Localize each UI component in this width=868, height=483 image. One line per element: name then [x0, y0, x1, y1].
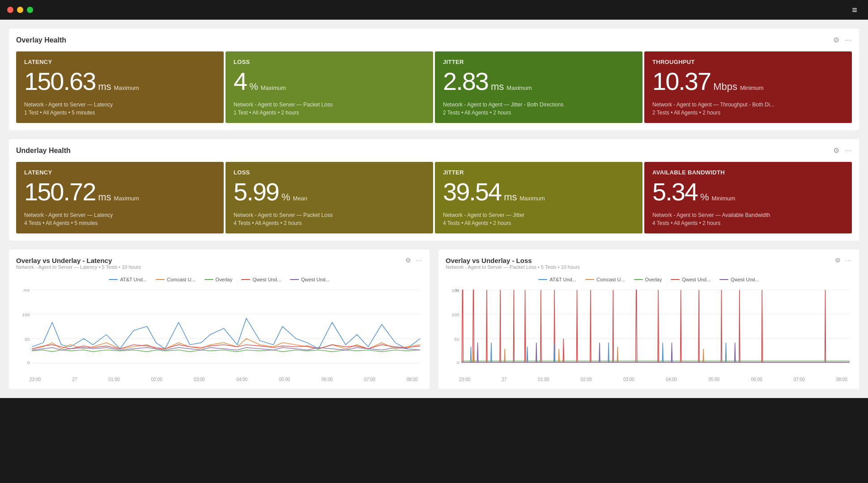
card-value-row: 10.37 Mbps Minimum — [652, 69, 844, 95]
more-options-icon[interactable] — [845, 147, 852, 155]
latency-chart-container: ms 100 50 0 23:00 27 — [16, 286, 422, 382]
card-value: 5.34 — [652, 179, 698, 204]
legend-item-2: Overlay — [204, 277, 233, 282]
latency-chart-section: Overlay vs Underlay - Latency Network - … — [9, 250, 430, 389]
more-options-icon[interactable] — [845, 36, 852, 44]
title-bar: ≡ — [0, 0, 868, 20]
gear-icon[interactable] — [833, 36, 839, 44]
legend-item-4: Qwest Und... — [290, 277, 330, 282]
legend-color — [204, 279, 213, 280]
card-description: Network - Agent to Agent — Jitter - Both… — [443, 101, 634, 117]
card-label: Latency — [24, 59, 216, 65]
card-label: Jitter — [443, 169, 634, 176]
loss-chart-section: Overlay vs Underlay - Loss Network - Age… — [438, 250, 859, 389]
loss-chart-svg: % 100 100 50 0 — [446, 286, 852, 375]
legend-label: Qwest Und... — [682, 277, 711, 282]
svg-text:0: 0 — [27, 360, 30, 365]
latency-chart-controls — [405, 257, 422, 264]
metric-card-0: Latency 150.72 ms Maximum Network - Agen… — [16, 162, 224, 233]
card-label: Available Bandwidth — [652, 169, 844, 176]
main-content: Overlay Health Latency 150.63 ms Maximum… — [0, 20, 868, 398]
svg-text:100: 100 — [22, 313, 30, 317]
card-unit: % — [281, 191, 290, 203]
loss-chart-title-area: Overlay vs Underlay - Loss Network - Age… — [446, 257, 580, 275]
card-value-row: 5.99 % Mean — [234, 179, 425, 206]
maximize-button[interactable] — [27, 7, 33, 13]
gear-icon[interactable] — [833, 146, 839, 155]
legend-label: Qwest Und... — [301, 277, 330, 282]
card-description: Network - Agent to Agent — Throughput - … — [652, 101, 844, 117]
legend-color — [719, 279, 728, 280]
latency-chart-subtitle: Network - Agent to Server — Latency • 5 … — [16, 264, 141, 270]
card-value: 4 — [234, 69, 247, 94]
card-unit: ms — [98, 191, 111, 203]
latency-chart-title-area: Overlay vs Underlay - Latency Network - … — [16, 257, 141, 275]
card-value-row: 4 % Maximum — [234, 69, 425, 95]
close-button[interactable] — [7, 7, 13, 13]
card-stat-type: Maximum — [114, 195, 139, 202]
hamburger-menu-icon[interactable]: ≡ — [852, 5, 857, 15]
card-description: Network - Agent to Server — Latency1 Tes… — [24, 101, 216, 117]
overlay-health-cards: Latency 150.63 ms Maximum Network - Agen… — [16, 51, 852, 123]
loss-chart-header: Overlay vs Underlay - Loss Network - Age… — [446, 257, 852, 275]
legend-item-0: AT&T Und... — [109, 277, 147, 282]
metric-card-0: Latency 150.63 ms Maximum Network - Agen… — [16, 51, 224, 123]
legend-item-3: Qwest Und... — [241, 277, 281, 282]
legend-item-0: AT&T Und... — [538, 277, 576, 282]
metric-card-1: Loss 4 % Maximum Network - Agent to Serv… — [226, 51, 433, 123]
card-label: Jitter — [443, 59, 634, 65]
legend-color — [156, 279, 165, 280]
card-stat-type: Minimum — [740, 85, 764, 91]
underlay-health-controls — [833, 146, 852, 155]
overlay-health-header: Overlay Health — [16, 36, 852, 44]
loss-x-axis: 23:00 27 01:00 02:00 03:00 04:00 05:00 0… — [446, 377, 852, 382]
card-description: Network - Agent to Server — Available Ba… — [652, 211, 844, 227]
legend-label: AT&T Und... — [120, 277, 147, 282]
card-unit: ms — [504, 191, 517, 203]
more-options-icon[interactable] — [845, 257, 852, 264]
loss-chart-controls — [835, 257, 852, 264]
underlay-health-header: Underlay Health — [16, 146, 852, 155]
latency-chart-title: Overlay vs Underlay - Latency — [16, 257, 141, 264]
legend-label: Comcast U... — [596, 277, 625, 282]
metric-card-1: Loss 5.99 % Mean Network - Agent to Serv… — [226, 162, 433, 233]
legend-label: Overlay — [645, 277, 662, 282]
card-label: Loss — [234, 59, 425, 65]
loss-chart-subtitle: Network - Agent to Server — Packet Loss … — [446, 264, 580, 270]
card-label: Loss — [234, 169, 425, 176]
legend-item-2: Overlay — [634, 277, 662, 282]
svg-text:50: 50 — [25, 337, 30, 341]
metric-card-3: Available Bandwidth 5.34 % Minimum Netwo… — [644, 162, 852, 233]
svg-text:100: 100 — [451, 288, 459, 292]
legend-color — [671, 279, 680, 280]
svg-text:0: 0 — [457, 360, 460, 365]
underlay-health-cards: Latency 150.72 ms Maximum Network - Agen… — [16, 162, 852, 233]
gear-icon[interactable] — [405, 257, 411, 264]
underlay-health-section: Underlay Health Latency 150.72 ms Maximu… — [9, 139, 859, 241]
card-stat-type: Minimum — [712, 195, 736, 202]
legend-item-3: Qwest Und... — [671, 277, 711, 282]
card-description: Network - Agent to Server — Jitter4 Test… — [443, 211, 634, 227]
more-options-icon[interactable] — [416, 257, 422, 264]
metric-card-2: Jitter 39.54 ms Maximum Network - Agent … — [435, 162, 642, 233]
gear-icon[interactable] — [835, 257, 841, 264]
card-unit: % — [249, 81, 258, 93]
overlay-health-controls — [833, 36, 852, 44]
metric-card-2: Jitter 2.83 ms Maximum Network - Agent t… — [435, 51, 642, 123]
card-description: Network - Agent to Server — Packet Loss4… — [234, 211, 425, 227]
card-stat-type: Maximum — [114, 85, 139, 91]
metric-card-3: Throughput 10.37 Mbps Minimum Network - … — [644, 51, 852, 123]
loss-chart-legend: AT&T Und... Comcast U... Overlay Qwest U… — [446, 277, 852, 282]
latency-chart-header: Overlay vs Underlay - Latency Network - … — [16, 257, 422, 275]
legend-label: Comcast U... — [167, 277, 196, 282]
svg-text:100: 100 — [451, 313, 459, 317]
minimize-button[interactable] — [17, 7, 23, 13]
legend-color — [585, 279, 594, 280]
legend-color — [241, 279, 250, 280]
latency-chart-legend: AT&T Und... Comcast U... Overlay Qwest U… — [16, 277, 422, 282]
card-value-row: 39.54 ms Maximum — [443, 179, 634, 206]
card-unit: ms — [98, 81, 111, 93]
card-value: 2.83 — [443, 69, 488, 94]
legend-color — [109, 279, 118, 280]
card-value-row: 2.83 ms Maximum — [443, 69, 634, 95]
